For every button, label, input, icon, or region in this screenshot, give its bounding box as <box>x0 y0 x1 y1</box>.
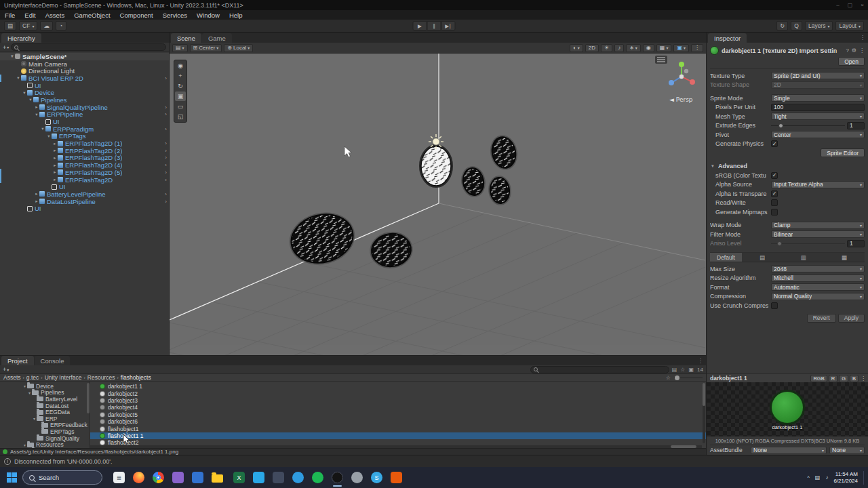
scale-tool[interactable]: ▣ <box>175 92 186 101</box>
channel-g-button[interactable]: G <box>839 375 848 382</box>
expand-arrow-icon[interactable]: ▸ <box>34 104 39 110</box>
layers-dropdown[interactable]: Layers▾ <box>805 21 833 30</box>
prefab-open-chevron-icon[interactable]: › <box>165 191 167 197</box>
menu-gameobject[interactable]: GameObject <box>69 10 115 20</box>
file-item[interactable]: darkobject2 <box>90 390 706 396</box>
channel-r-button[interactable]: R <box>829 375 837 382</box>
taskbar-app-chrome[interactable] <box>153 472 164 483</box>
menu-assets[interactable]: Assets <box>41 10 70 20</box>
scene-camera-dropdown[interactable]: ▣▾ <box>673 44 689 52</box>
file-item[interactable]: darkobject1 1 <box>90 383 706 390</box>
file-item[interactable]: darkobject5 <box>90 411 706 418</box>
rotation-mode-dropdown[interactable]: ⊕Local▾ <box>224 44 253 52</box>
hierarchy-item[interactable]: ▸ERPFlashTag2D› <box>0 176 169 184</box>
hierarchy-item[interactable]: ▸ERPFlashTag2D (3)› <box>0 155 169 162</box>
kebab-icon[interactable]: ⋮ <box>860 35 865 41</box>
pixels-per-unit-field[interactable]: 100 <box>771 104 865 111</box>
menu-edit[interactable]: Edit <box>20 10 40 20</box>
breadcrumb-item[interactable]: g.tec <box>26 374 39 381</box>
prefab-open-chevron-icon[interactable]: › <box>165 177 167 183</box>
tab-hierarchy[interactable]: Hierarchy <box>1 33 41 43</box>
expand-arrow-icon[interactable]: ▾ <box>32 416 37 421</box>
tool-settings-button[interactable]: ▤▾ <box>172 44 188 52</box>
search-by-label-icon[interactable]: ☆ <box>680 367 685 373</box>
grid-visibility-dropdown[interactable]: ▦▾ <box>656 44 672 52</box>
expand-arrow-icon[interactable]: ▾ <box>46 134 52 139</box>
channel-rgb-button[interactable]: RGB <box>810 375 827 382</box>
project-folder-item[interactable]: BatteryLevel <box>0 396 90 403</box>
project-folder-item[interactable]: DataLost <box>0 403 90 409</box>
prefab-open-chevron-icon[interactable]: › <box>165 75 167 81</box>
expand-arrow-icon[interactable]: ▸ <box>52 163 58 168</box>
expand-arrow-icon[interactable]: ▾ <box>22 384 27 388</box>
expand-arrow-icon[interactable]: ▸ <box>52 169 58 175</box>
platform-dedicated-server-tab[interactable]: ▥ <box>783 253 823 262</box>
move-tool[interactable]: + <box>175 71 186 81</box>
srgb-color-textu-checkbox[interactable]: ✓ <box>771 172 778 179</box>
kebab-icon[interactable]: ⋮ <box>861 375 866 382</box>
pivot-dropdown[interactable]: Center▾ <box>771 131 865 138</box>
2d-mode-toggle[interactable]: 2D <box>585 44 599 52</box>
hierarchy-item[interactable]: ▸BatteryLevelPipeline› <box>0 190 169 198</box>
scene-visibility-toggle[interactable]: ◉ <box>643 44 654 52</box>
prefab-open-chevron-icon[interactable]: › <box>165 140 167 146</box>
rotate-tool[interactable]: ↻ <box>175 81 186 91</box>
revert-button[interactable]: Revert <box>807 314 836 323</box>
taskbar-clock[interactable]: 11:54 AM 6/21/2024 <box>833 471 858 484</box>
taskbar-app-teams[interactable] <box>292 472 304 483</box>
project-folder-item[interactable]: ▾ERP <box>0 415 90 422</box>
pause-button[interactable]: ∥ <box>427 21 441 30</box>
show-desktop-button[interactable] <box>863 471 864 485</box>
taskbar-app-python-ide[interactable] <box>192 472 203 483</box>
prefab-open-chevron-icon[interactable]: › <box>165 169 167 176</box>
hierarchy-item[interactable]: ▾ERPPipeline› <box>0 111 169 119</box>
sprite-mode-dropdown[interactable]: Single▾ <box>771 94 865 102</box>
expand-arrow-icon[interactable]: ▸ <box>52 141 58 146</box>
menu-component[interactable]: Component <box>115 10 158 20</box>
rect-tool[interactable]: ▭ <box>175 102 186 111</box>
play-button[interactable]: ▶ <box>413 21 427 30</box>
favorite-icon[interactable]: ☆ <box>666 375 671 381</box>
open-button[interactable]: Open <box>838 57 865 66</box>
network-icon[interactable]: ▤ <box>815 474 821 481</box>
generate-mipmaps-checkbox[interactable] <box>771 209 778 216</box>
project-folder-item[interactable]: ERPFeedback <box>0 422 90 429</box>
breadcrumb-item[interactable]: flashobjects <box>121 374 151 381</box>
presets-icon[interactable]: ⚙ <box>852 47 856 54</box>
texture-type-dropdown[interactable]: Sprite (2D and UI)▾ <box>771 72 865 79</box>
tray-chevron-icon[interactable]: ^ <box>808 475 810 480</box>
aniso-level-value[interactable]: 1 <box>847 240 865 247</box>
file-item[interactable]: darkobject6 <box>90 418 706 425</box>
breadcrumb-item[interactable]: Resources <box>87 374 115 381</box>
platform-default-tab[interactable]: Default <box>710 253 742 262</box>
taskbar-app-file-explorer[interactable] <box>212 474 223 483</box>
taskbar-app-unity-editor[interactable] <box>332 472 343 483</box>
file-item[interactable]: flashobject1 1 <box>90 432 706 439</box>
read-write-checkbox[interactable] <box>771 199 778 206</box>
extrude-edges-slider[interactable] <box>771 122 845 129</box>
hidden-packages-icon[interactable]: ▣ <box>689 367 694 373</box>
hierarchy-item[interactable]: ▸DataLostPipeline› <box>0 198 169 205</box>
file-item[interactable]: darkobject3 <box>90 397 706 404</box>
taskbar-app-skype[interactable]: S <box>371 472 382 483</box>
use-crunch-compres-checkbox[interactable] <box>771 302 778 309</box>
start-button[interactable] <box>7 472 17 483</box>
filter-mode-dropdown[interactable]: Bilinear▾ <box>771 230 865 238</box>
tab-scene[interactable]: Scene <box>171 33 201 43</box>
tab-project[interactable]: Project <box>1 356 34 365</box>
prefab-open-chevron-icon[interactable]: › <box>165 148 167 154</box>
title-bar[interactable]: UnityInterfaceDemo - SampleScene - Windo… <box>0 0 868 10</box>
expand-arrow-icon[interactable]: ▸ <box>52 148 58 153</box>
draw-mode-dropdown[interactable]: ◐▾ <box>570 44 583 52</box>
undo-history-button[interactable]: ↻ <box>776 21 788 30</box>
kebab-icon[interactable]: ⋮ <box>698 358 703 364</box>
menu-services[interactable]: Services <box>158 10 192 20</box>
file-item[interactable]: darkobject4 <box>90 404 706 411</box>
taskbar-app-unity-hub[interactable] <box>391 472 402 483</box>
taskbar-app-excel[interactable]: X <box>233 472 245 483</box>
apply-button[interactable]: Apply <box>838 314 865 323</box>
breadcrumb-item[interactable]: Assets <box>3 374 21 381</box>
search-button[interactable]: Q <box>791 21 802 30</box>
tab-console[interactable]: Console <box>35 356 71 365</box>
file-item[interactable]: flashobject1 <box>90 425 706 432</box>
